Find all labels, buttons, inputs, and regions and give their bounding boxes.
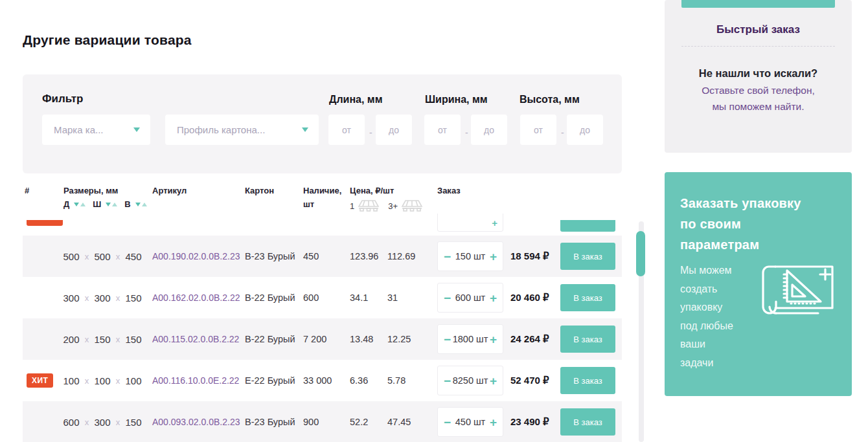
custom-packaging-banner[interactable]: Заказать упаковкупо своимпараметрам Мы м… bbox=[665, 172, 852, 396]
col-header-sizes: Размеры, мм bbox=[63, 186, 118, 195]
range-dash: - bbox=[561, 127, 564, 138]
sku-link[interactable]: A00.116.10.0.0E.2.22 bbox=[152, 375, 239, 386]
qty-increase-button[interactable]: + bbox=[490, 333, 497, 346]
board-cell: В-22 Бурый bbox=[245, 293, 295, 303]
qty-decrease-button[interactable]: − bbox=[444, 375, 451, 387]
pallet-icon bbox=[400, 199, 424, 212]
size-separator: x bbox=[82, 293, 91, 303]
add-to-order-button[interactable]: В заказ bbox=[560, 367, 615, 394]
sku-link[interactable]: A00.093.02.0.0B.2.23 bbox=[152, 417, 240, 427]
height-to-input[interactable] bbox=[567, 115, 603, 145]
size-length: 300 bbox=[60, 293, 82, 304]
table-row: 500x500x450A00.190.02.0.0B.2.23В-23 Буры… bbox=[23, 236, 622, 277]
dropdown-placeholder: Профиль картона... bbox=[177, 124, 265, 135]
blueprint-ruler-icon bbox=[756, 261, 838, 324]
quick-order-link[interactable]: Быстрый заказ bbox=[665, 23, 852, 36]
board-cell: В-23 Бурый bbox=[245, 417, 295, 427]
filter-title: Фильтр bbox=[42, 93, 83, 105]
qty-decrease-button[interactable]: − bbox=[444, 292, 451, 304]
quantity-stepper: + bbox=[437, 214, 503, 232]
sort-label-height: В bbox=[124, 199, 130, 209]
table-body: + 500x500x450A00.190.02.0.0B.2.23В-23 Бу… bbox=[23, 214, 622, 442]
width-to-input[interactable] bbox=[471, 115, 507, 145]
cardboard-profile-dropdown[interactable]: Профиль картона... bbox=[165, 115, 319, 145]
size-separator: x bbox=[82, 252, 91, 261]
sort-icon[interactable] bbox=[74, 203, 86, 206]
divider bbox=[681, 46, 835, 47]
stock-cell: 7 200 bbox=[303, 334, 326, 344]
qty-input[interactable]: 150 шт bbox=[455, 251, 486, 261]
sort-label-width: Ш bbox=[93, 199, 101, 209]
height-from-input[interactable] bbox=[520, 115, 556, 145]
sort-label-length: Д bbox=[63, 199, 69, 209]
add-to-order-button[interactable]: В заказ bbox=[560, 243, 615, 270]
sku-link[interactable]: A00.190.02.0.0B.2.23 bbox=[152, 251, 240, 261]
qty-increase-button[interactable]: + bbox=[490, 250, 497, 263]
sort-icon[interactable] bbox=[106, 203, 117, 206]
size-width: 150 bbox=[91, 334, 113, 345]
price-tier1-cell: 13.48 bbox=[350, 334, 373, 344]
height-range-label: Высота, мм bbox=[520, 94, 580, 105]
qty-decrease-button[interactable]: − bbox=[444, 416, 451, 428]
qty-increase-button[interactable]: + bbox=[490, 416, 497, 428]
size-length: 200 bbox=[60, 334, 82, 345]
size-separator: x bbox=[113, 417, 122, 427]
qty-increase-button[interactable]: + bbox=[490, 292, 497, 304]
qty-input[interactable]: 450 шт bbox=[455, 417, 486, 427]
size-separator: x bbox=[82, 417, 91, 427]
not-found-title: Не нашли что искали? bbox=[665, 67, 852, 80]
stock-cell: 450 bbox=[303, 251, 319, 261]
add-to-order-button[interactable]: В заказ bbox=[560, 326, 615, 353]
sku-link[interactable]: A00.162.02.0.0B.2.22 bbox=[152, 293, 240, 303]
width-from-input[interactable] bbox=[424, 115, 461, 145]
add-to-order-button[interactable]: В заказ bbox=[560, 284, 615, 311]
qty-input[interactable]: 8250 шт bbox=[453, 375, 488, 386]
pallet-icon bbox=[357, 199, 380, 212]
sku-link[interactable]: A00.115.02.0.0B.2.22 bbox=[152, 334, 239, 344]
sort-icon[interactable] bbox=[135, 203, 147, 206]
length-from-input[interactable] bbox=[328, 115, 365, 145]
cardboard-brand-dropdown[interactable]: Марка ка... bbox=[42, 115, 150, 145]
size-height: 150 bbox=[122, 334, 144, 345]
scrollbar-thumb[interactable] bbox=[636, 231, 645, 276]
qty-input[interactable]: 1800 шт bbox=[453, 334, 488, 344]
qty-increase-button[interactable]: + bbox=[490, 375, 497, 387]
board-cell: В-22 Бурый bbox=[245, 334, 295, 344]
price-tier3-cell: 31 bbox=[387, 293, 398, 303]
total-price: 24 264 ₽ bbox=[510, 333, 549, 345]
size-height: 100 bbox=[122, 375, 144, 386]
size-width: 100 bbox=[91, 375, 113, 386]
banner-text: Мы можемсоздатьупаковкупод любыевашизада… bbox=[680, 261, 733, 372]
not-found-text: мы поможем найти. bbox=[665, 101, 852, 113]
table-row: ХИТ100x100x100A00.116.10.0.0E.2.22Е-22 Б… bbox=[23, 360, 622, 401]
stock-cell: 600 bbox=[303, 293, 319, 303]
total-price: 20 460 ₽ bbox=[510, 292, 549, 304]
add-to-order-button[interactable] bbox=[560, 220, 615, 232]
quick-order-top-button[interactable] bbox=[681, 0, 835, 8]
size-separator: x bbox=[113, 293, 122, 303]
col-header-board: Картон bbox=[245, 186, 274, 195]
qty-decrease-button[interactable]: − bbox=[444, 333, 451, 346]
size-height: 150 bbox=[122, 293, 144, 304]
price-tier3-cell: 12.25 bbox=[387, 334, 411, 344]
size-separator: x bbox=[113, 335, 122, 344]
qty-input[interactable]: 600 шт bbox=[455, 293, 486, 303]
add-to-order-button[interactable]: В заказ bbox=[560, 408, 615, 436]
col-header-sku: Артикул bbox=[152, 186, 187, 195]
filter-panel: Фильтр Марка ка... Профиль картона... Дл… bbox=[23, 74, 622, 173]
price-tier1-cell: 6.36 bbox=[350, 375, 368, 386]
total-price: 23 490 ₽ bbox=[510, 416, 549, 428]
length-to-input[interactable] bbox=[376, 115, 412, 145]
size-sort-controls: Д Ш В bbox=[63, 199, 152, 209]
col-header-price: Цена, ₽/шт bbox=[350, 186, 394, 195]
size-length: 500 bbox=[60, 251, 82, 262]
qty-decrease-button[interactable]: − bbox=[444, 250, 451, 263]
size-width: 300 bbox=[91, 293, 113, 304]
size-height: 450 bbox=[122, 251, 144, 262]
price-tier3-cell: 5.78 bbox=[387, 375, 405, 386]
table-header: # Размеры, мм Д Ш В Артикул Картон Налич… bbox=[23, 186, 622, 214]
col-header-order: Заказ bbox=[437, 186, 461, 195]
col-header-stock-unit: шт bbox=[303, 199, 314, 209]
range-dash: - bbox=[369, 127, 372, 138]
size-separator: x bbox=[82, 376, 91, 386]
